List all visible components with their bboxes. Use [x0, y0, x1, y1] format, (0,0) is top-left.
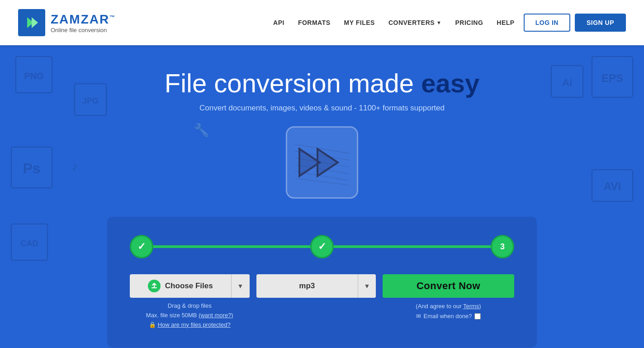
terms-link[interactable]: Terms — [463, 303, 479, 310]
logo-text-area: ZAMZAR™ Online file conversion — [51, 12, 116, 33]
svg-rect-2 — [16, 57, 52, 93]
progress-steps: ✓ ✓ 3 — [130, 235, 514, 258]
avi-icon: AVI — [590, 167, 635, 204]
svg-text:CAD: CAD — [21, 239, 38, 248]
hero-title: File conversion made easy — [165, 68, 479, 98]
hero-subtitle: Convert documents, images, videos & soun… — [199, 104, 445, 113]
email-row: ✉ Email when done? — [416, 311, 481, 321]
svg-marker-19 — [317, 149, 338, 176]
brand-name: ZAMZAR™ — [51, 12, 116, 27]
ai-icon: Ai — [549, 63, 585, 100]
step-2: ✓ — [310, 235, 334, 258]
svg-marker-1 — [32, 17, 38, 28]
choose-files-button[interactable]: Choose Files ▼ — [130, 274, 250, 298]
nav-converters[interactable]: CONVERTERS ▼ — [388, 19, 442, 26]
svg-rect-6 — [11, 147, 52, 188]
want-more-link[interactable]: (want more?) — [199, 312, 233, 319]
logo-icon — [18, 9, 45, 36]
step-1: ✓ — [130, 235, 153, 258]
music-icon: ♪ — [66, 156, 84, 174]
svg-text:🔧: 🔧 — [194, 123, 209, 138]
file-protection-link[interactable]: How are my files protected? — [158, 320, 231, 330]
file-hints: Drag & drop files Max. file size 50MB (w… — [146, 301, 233, 329]
format-caret[interactable]: ▼ — [358, 274, 376, 298]
nav-formats[interactable]: FORMATS — [298, 19, 331, 26]
png-icon: PNG — [14, 54, 54, 95]
navbar: ZAMZAR™ Online file conversion API FORMA… — [0, 0, 644, 45]
svg-rect-14 — [551, 66, 583, 97]
svg-rect-10 — [592, 57, 633, 97]
format-value[interactable]: mp3 — [256, 281, 358, 291]
choose-files-main[interactable]: Choose Files — [130, 280, 231, 292]
svg-text:Ai: Ai — [562, 77, 572, 88]
converter-box: ✓ ✓ 3 — [107, 217, 537, 348]
convert-now-button[interactable]: Convert Now — [383, 274, 514, 298]
convert-now-wrapper: Convert Now (And agree to our Terms) ✉ E… — [383, 274, 514, 321]
step-line-2 — [333, 245, 492, 248]
jpg-icon: JPG — [72, 81, 109, 118]
svg-text:PNG: PNG — [24, 71, 43, 81]
hero-section: PNG JPG Ps CAD EPS AVI Ai — [0, 45, 644, 348]
ps-icon: Ps — [9, 145, 54, 190]
svg-rect-4 — [75, 84, 106, 115]
nav-my-files[interactable]: MY FILES — [344, 19, 375, 26]
svg-rect-12 — [592, 170, 633, 201]
upload-icon — [148, 280, 161, 292]
wrench-icon: 🔧 — [190, 118, 213, 140]
email-checkbox[interactable] — [474, 313, 481, 319]
step-3: 3 — [491, 235, 514, 258]
svg-text:JPG: JPG — [82, 96, 99, 105]
nav-help[interactable]: HELP — [497, 19, 514, 26]
brand-tagline: Online file conversion — [51, 27, 116, 33]
login-button[interactable]: LOG IN — [524, 14, 570, 32]
logo-area: ZAMZAR™ Online file conversion — [18, 9, 116, 36]
svg-rect-8 — [11, 224, 47, 260]
nav-pricing[interactable]: PRICING — [455, 19, 483, 26]
format-select[interactable]: mp3 ▼ — [256, 274, 376, 298]
svg-text:AVI: AVI — [604, 180, 621, 192]
eps-icon: EPS — [590, 54, 635, 100]
nav-api[interactable]: API — [273, 19, 284, 26]
cad-icon: CAD — [9, 222, 50, 262]
choose-files-caret[interactable]: ▼ — [232, 274, 250, 298]
svg-text:Ps: Ps — [23, 160, 40, 176]
signup-button[interactable]: SIGN UP — [575, 14, 626, 32]
svg-text:♪: ♪ — [71, 159, 78, 173]
svg-text:EPS: EPS — [601, 72, 623, 84]
convert-hints: (And agree to our Terms) ✉ Email when do… — [416, 301, 481, 321]
choose-files-wrapper: Choose Files ▼ Drag & drop files Max. fi… — [130, 274, 250, 329]
nav-buttons: LOG IN SIGN UP — [524, 14, 626, 32]
center-logo-icon — [286, 126, 358, 199]
controls-row: Choose Files ▼ Drag & drop files Max. fi… — [130, 274, 514, 329]
format-select-wrapper: mp3 ▼ — [256, 274, 376, 298]
nav-links: API FORMATS MY FILES CONVERTERS ▼ PRICIN… — [273, 19, 515, 26]
step-line-1 — [152, 245, 311, 248]
